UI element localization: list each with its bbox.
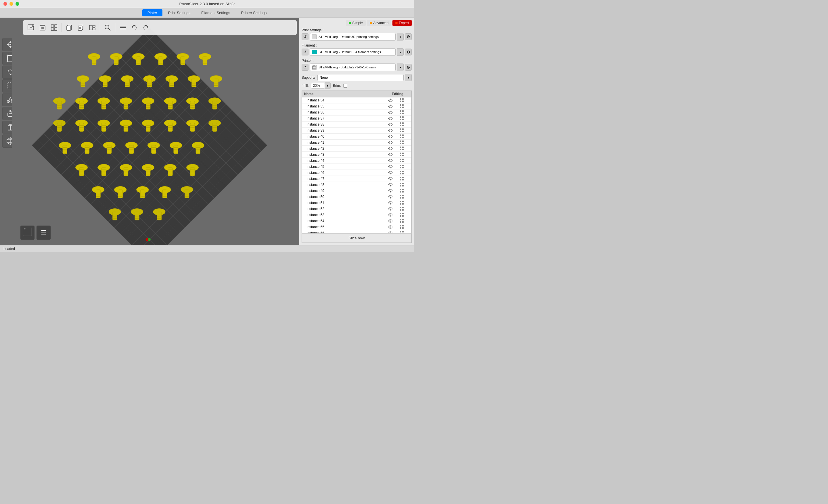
undo-button[interactable] (129, 22, 139, 33)
printer-refresh-button[interactable]: ↺ (301, 64, 308, 71)
close-button[interactable] (3, 2, 7, 6)
list-item[interactable]: Instance 40 (302, 134, 411, 140)
list-item[interactable]: Instance 56 (302, 230, 411, 233)
edit-settings-icon[interactable] (395, 152, 409, 156)
visibility-icon[interactable] (386, 153, 395, 156)
list-item[interactable]: Instance 44 (302, 158, 411, 164)
visibility-icon[interactable] (386, 159, 395, 163)
list-item[interactable]: Instance 48 (302, 182, 411, 188)
edit-settings-icon[interactable] (395, 183, 409, 187)
edit-settings-icon[interactable] (395, 225, 409, 229)
visibility-icon[interactable] (386, 189, 395, 192)
list-item[interactable]: Instance 49 (302, 188, 411, 194)
edit-settings-icon[interactable] (395, 171, 409, 175)
visibility-icon[interactable] (386, 99, 395, 102)
visibility-icon[interactable] (386, 141, 395, 144)
paste-button[interactable] (76, 22, 86, 33)
visibility-icon[interactable] (386, 213, 395, 217)
filament-gear-button[interactable]: ⚙ (405, 49, 412, 55)
edit-settings-icon[interactable] (395, 207, 409, 211)
list-item[interactable]: Instance 46 (302, 170, 411, 176)
visibility-icon[interactable] (386, 183, 395, 186)
list-item[interactable]: Instance 41 (302, 140, 411, 146)
3d-viewport[interactable]: ⬛ ☰ (0, 18, 299, 245)
list-item[interactable]: Instance 37 (302, 116, 411, 122)
printer-select-arrow[interactable]: ▾ (397, 63, 404, 71)
slice-now-button[interactable]: Slice now (301, 233, 412, 243)
edit-settings-icon[interactable] (395, 158, 409, 163)
edit-settings-icon[interactable] (395, 219, 409, 223)
edit-settings-icon[interactable] (395, 129, 409, 133)
layers-button[interactable] (118, 22, 128, 33)
list-item[interactable]: Instance 47 (302, 176, 411, 182)
edit-settings-icon[interactable] (395, 98, 409, 102)
tab-printer-settings[interactable]: Printer Settings (236, 9, 272, 16)
filament-select-arrow[interactable]: ▾ (397, 48, 404, 56)
printer-gear-button[interactable]: ⚙ (405, 64, 412, 71)
supports-select-arrow[interactable]: ▾ (405, 74, 412, 81)
list-item[interactable]: Instance 51 (302, 200, 411, 206)
mode-advanced-button[interactable]: Advanced (367, 20, 391, 26)
list-item[interactable]: Instance 36 (302, 109, 411, 116)
visibility-icon[interactable] (386, 219, 395, 223)
copy-button[interactable] (64, 22, 75, 33)
edit-settings-icon[interactable] (395, 231, 409, 233)
tab-print-settings[interactable]: Print Settings (163, 9, 196, 16)
canvas-container[interactable]: ⬛ ☰ (0, 18, 299, 245)
print-select-arrow[interactable]: ▾ (397, 33, 404, 41)
split-button[interactable] (87, 22, 97, 33)
search-button[interactable] (102, 22, 113, 33)
list-item[interactable]: Instance 35 (302, 103, 411, 109)
visibility-icon[interactable] (386, 231, 395, 233)
visibility-icon[interactable] (386, 225, 395, 229)
edit-settings-icon[interactable] (395, 140, 409, 144)
infill-dropdown-arrow[interactable]: ▾ (325, 83, 331, 89)
filament-refresh-button[interactable]: ↺ (301, 49, 308, 55)
visibility-icon[interactable] (386, 195, 395, 198)
mode-simple-button[interactable]: Simple (346, 20, 366, 26)
list-item[interactable]: Instance 52 (302, 206, 411, 212)
tab-filament-settings[interactable]: Filament Settings (196, 9, 235, 16)
visibility-icon[interactable] (386, 177, 395, 180)
edit-settings-icon[interactable] (395, 177, 409, 181)
list-item[interactable]: Instance 34 (302, 97, 411, 103)
visibility-icon[interactable] (386, 123, 395, 126)
edit-settings-icon[interactable] (395, 104, 409, 108)
visibility-icon[interactable] (386, 171, 395, 174)
list-item[interactable]: Instance 39 (302, 128, 411, 134)
list-item[interactable]: Instance 42 (302, 146, 411, 152)
object-list[interactable]: Instance 34 Instance 35 (301, 97, 412, 233)
print-refresh-button[interactable]: ↺ (301, 33, 308, 40)
print-gear-button[interactable]: ⚙ (405, 33, 412, 40)
tab-plater[interactable]: Plater (142, 9, 162, 16)
list-item[interactable]: Instance 55 (302, 224, 411, 230)
edit-settings-icon[interactable] (395, 146, 409, 150)
visibility-icon[interactable] (386, 110, 395, 114)
visibility-icon[interactable] (386, 129, 395, 132)
mode-expert-button[interactable]: Expert (392, 20, 412, 26)
edit-settings-icon[interactable] (395, 110, 409, 114)
brim-checkbox[interactable] (343, 84, 347, 88)
visibility-icon[interactable] (386, 117, 395, 120)
visibility-icon[interactable] (386, 147, 395, 150)
visibility-icon[interactable] (386, 165, 395, 168)
visibility-icon[interactable] (386, 201, 395, 204)
list-item[interactable]: Instance 43 (302, 152, 411, 158)
visibility-icon[interactable] (386, 104, 395, 108)
redo-button[interactable] (140, 22, 151, 33)
edit-settings-icon[interactable] (395, 195, 409, 199)
visibility-icon[interactable] (386, 207, 395, 211)
list-item[interactable]: Instance 38 (302, 122, 411, 128)
edit-settings-icon[interactable] (395, 165, 409, 169)
visibility-icon[interactable] (386, 135, 395, 138)
edit-settings-icon[interactable] (395, 117, 409, 121)
arrange-button[interactable] (49, 22, 59, 33)
delete-button[interactable] (37, 22, 48, 33)
edit-settings-icon[interactable] (395, 201, 409, 205)
maximize-button[interactable] (15, 2, 19, 6)
edit-settings-icon[interactable] (395, 189, 409, 193)
list-item[interactable]: Instance 45 (302, 164, 411, 170)
edit-settings-icon[interactable] (395, 123, 409, 127)
list-item[interactable]: Instance 50 (302, 194, 411, 200)
add-object-button[interactable] (26, 22, 36, 33)
